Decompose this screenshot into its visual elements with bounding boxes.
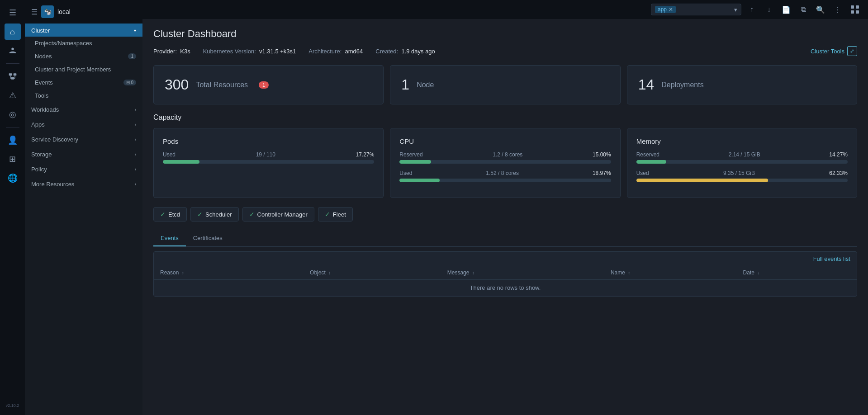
events-content: Full events list Reason ↕Object ↕Message… — [153, 251, 857, 297]
sidebar-item-tools[interactable]: Tools — [25, 89, 142, 102]
sidebar-hamburger[interactable]: ☰ — [31, 8, 38, 16]
col-header-object[interactable]: Object ↕ — [304, 266, 441, 280]
col-header-name[interactable]: Name ↕ — [604, 266, 737, 280]
sidebar-item-workloads[interactable]: Workloads › — [25, 102, 142, 117]
arch-label: Architecture: — [308, 48, 342, 55]
provider-bar: Provider: K3s Kubernetes Version: v1.31.… — [153, 46, 857, 56]
metric-pct-2-1: 62.33% — [829, 170, 848, 176]
apps-arrow: › — [135, 122, 136, 127]
filter-tag-label: app — [658, 6, 667, 13]
col-header-date[interactable]: Date ↓ — [737, 266, 857, 280]
upload-icon[interactable]: ↑ — [745, 3, 759, 16]
col-header-message[interactable]: Message ↕ — [441, 266, 604, 280]
check-icon-3: ✓ — [325, 211, 330, 218]
metric-pct-1-1: 18.97% — [593, 170, 611, 176]
progress-bar-1-1 — [399, 179, 611, 182]
check-icon-0: ✓ — [160, 211, 166, 218]
progress-bar-0-0 — [163, 160, 374, 164]
sort-icon-3: ↕ — [628, 270, 630, 275]
sidebar-item-nodes[interactable]: Nodes 1 — [25, 50, 142, 63]
metric-detail-2-0: 2.14 / 15 GiB — [729, 151, 760, 158]
svg-rect-8 — [851, 5, 854, 9]
capacity-metric-2-0: Reserved 2.14 / 15 GiB 14.27% — [636, 151, 848, 164]
more-icon[interactable]: ⋮ — [831, 3, 844, 16]
sort-icon-0: ↕ — [182, 270, 184, 275]
cluster-group-header[interactable]: Cluster ▾ — [25, 24, 142, 37]
events-tab-events[interactable]: Events — [153, 231, 186, 246]
icon-bar: ☰ ⌂ ⚠ ◎ 👤 ⊞ 🌐 v2.10.2 — [0, 0, 25, 415]
more-resources-arrow: › — [135, 182, 136, 187]
capacity-card-title-1: CPU — [399, 137, 611, 145]
events-tab-certificates[interactable]: Certificates — [186, 231, 230, 246]
divider-2 — [6, 127, 19, 127]
filter-tag-remove[interactable]: ✕ — [669, 6, 673, 13]
filter-dropdown-arrow: ▾ — [734, 6, 737, 13]
policy-arrow: › — [135, 167, 136, 172]
sidebar-item-apps[interactable]: Apps › — [25, 117, 142, 132]
sidebar-nav-section: Workloads › Apps › Service Discovery › S… — [25, 102, 142, 192]
sidebar-label-events: Events — [35, 79, 53, 86]
events-table: Reason ↕Object ↕Message ↕Name ↕Date ↓The… — [154, 266, 857, 296]
filter-dropdown[interactable]: app ✕ ▾ — [651, 4, 741, 15]
service-discovery-arrow: › — [135, 137, 136, 142]
alert-icon[interactable]: ⚠ — [5, 87, 21, 104]
file-icon[interactable]: 📄 — [779, 3, 793, 16]
cluster-icon[interactable] — [5, 68, 21, 85]
home-icon[interactable]: ⌂ — [5, 24, 21, 40]
sort-icon-4: ↓ — [757, 270, 759, 275]
sidebar-item-more-resources[interactable]: More Resources › — [25, 177, 142, 192]
stat-number-1: 1 — [401, 76, 409, 93]
rancher-icon[interactable] — [5, 42, 21, 59]
main-area: app ✕ ▾ ↑ ↓ 📄 ⧉ 🔍 ⋮ Cluster Dashboard Pr… — [142, 0, 868, 415]
svg-point-0 — [11, 48, 14, 51]
status-chip-label-2: Controller Manager — [257, 211, 308, 218]
nodes-badge: 1 — [128, 53, 136, 59]
arch-info: Architecture: amd64 — [308, 48, 363, 55]
puzzle-icon[interactable]: ⊞ — [5, 151, 21, 167]
stat-card-0: 300 Total Resources 1 — [153, 65, 384, 104]
sidebar-item-cluster-members[interactable]: Cluster and Project Members — [25, 63, 142, 76]
col-header-reason[interactable]: Reason ↕ — [154, 266, 304, 280]
sidebar-item-policy[interactable]: Policy › — [25, 162, 142, 177]
page-title: Cluster Dashboard — [153, 28, 857, 40]
sidebar-item-events[interactable]: Events ⊟ 0 — [25, 76, 142, 89]
created-label: Created: — [375, 48, 398, 55]
sidebar-label-apps: Apps — [31, 121, 45, 128]
cluster-logo: 🐄 — [41, 5, 54, 18]
progress-fill-2-0 — [636, 160, 667, 164]
sidebar-label-nodes: Nodes — [35, 53, 52, 60]
stat-label-1: Node — [417, 81, 434, 89]
network-icon[interactable]: ◎ — [5, 106, 21, 123]
events-tabs: EventsCertificates — [153, 231, 857, 247]
svg-rect-9 — [856, 5, 859, 9]
search-icon[interactable]: 🔍 — [814, 3, 827, 16]
content-area: Cluster Dashboard Provider: K3s Kubernet… — [142, 19, 868, 415]
sidebar-item-storage[interactable]: Storage › — [25, 147, 142, 162]
cluster-tools-button[interactable]: Cluster Tools ⤢ — [811, 46, 857, 56]
metric-label-2-1: Used — [636, 170, 649, 176]
capacity-card-title-2: Memory — [636, 137, 848, 145]
sort-icon-2: ↕ — [472, 270, 474, 275]
stat-label-0: Total Resources — [196, 81, 248, 89]
full-events-link[interactable]: Full events list — [813, 255, 850, 262]
hamburger-icon[interactable]: ☰ — [5, 5, 21, 21]
sidebar-item-service-discovery[interactable]: Service Discovery › — [25, 132, 142, 147]
created-info: Created: 1.9 days ago — [375, 48, 435, 55]
metric-pct-1-0: 15.00% — [593, 151, 611, 158]
status-chip-3: ✓Fleet — [318, 207, 353, 222]
progress-bar-1-0 — [399, 160, 611, 164]
progress-fill-2-1 — [636, 179, 768, 182]
globe-icon[interactable]: 🌐 — [5, 170, 21, 186]
progress-fill-1-1 — [399, 179, 440, 182]
stat-card-2: 14 Deployments — [627, 65, 857, 104]
copy-icon[interactable]: ⧉ — [797, 3, 810, 16]
provider-info: Provider: K3s — [153, 48, 190, 55]
no-rows-message: There are no rows to show. — [154, 280, 857, 296]
metric-pct-0-0: 17.27% — [356, 151, 375, 158]
user-icon[interactable]: 👤 — [5, 132, 21, 148]
capacity-metric-0-0: Used 19 / 110 17.27% — [163, 151, 374, 164]
stat-badge-0: 1 — [259, 81, 269, 89]
sidebar-item-projects-namespaces[interactable]: Projects/Namespaces — [25, 37, 142, 50]
download-icon[interactable]: ↓ — [762, 3, 776, 16]
grid-icon[interactable] — [848, 3, 862, 16]
